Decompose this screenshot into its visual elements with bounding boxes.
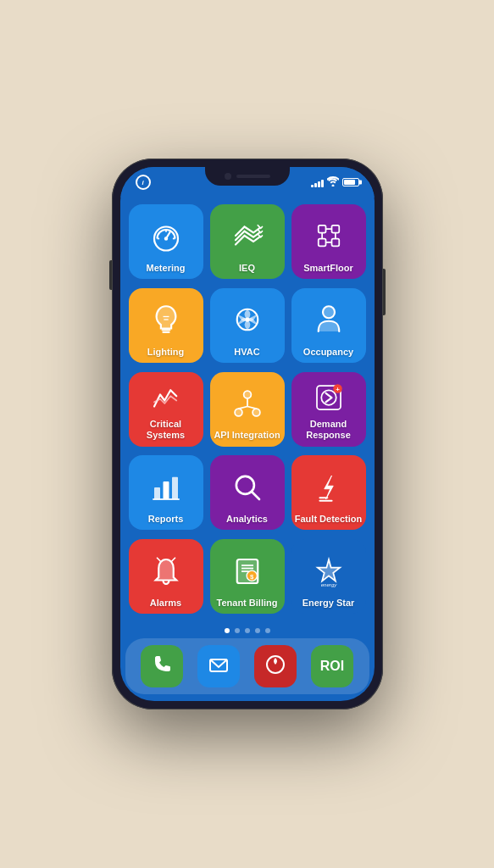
phone-screen: i bbox=[120, 167, 375, 701]
svg-text:+: + bbox=[336, 386, 340, 393]
metering-icon bbox=[132, 211, 200, 261]
app-icon-critical-systems[interactable]: Critical Systems bbox=[129, 372, 203, 447]
tenant-billing-icon: $ bbox=[214, 546, 281, 596]
page-dot-1[interactable] bbox=[235, 628, 240, 633]
app-label-demand-response: Demand Response bbox=[295, 419, 363, 441]
front-camera bbox=[225, 173, 231, 180]
svg-point-23 bbox=[253, 409, 260, 416]
hvac-icon bbox=[214, 295, 281, 345]
svg-text:$: $ bbox=[250, 572, 254, 580]
svg-point-22 bbox=[235, 409, 242, 416]
svg-line-36 bbox=[252, 492, 259, 499]
page-dot-3[interactable] bbox=[255, 628, 260, 633]
mail-dock-icon bbox=[207, 653, 230, 680]
alarms-icon bbox=[132, 546, 200, 596]
app-label-critical-systems: Critical Systems bbox=[132, 419, 200, 441]
ieq-icon bbox=[214, 211, 281, 261]
api-integration-icon bbox=[214, 379, 281, 429]
app-icon-ieq[interactable]: IEQ bbox=[210, 204, 285, 279]
svg-rect-9 bbox=[331, 239, 339, 247]
app-icon-occupancy[interactable]: Occupancy bbox=[291, 288, 366, 363]
dock-icon-phone[interactable] bbox=[141, 645, 183, 687]
app-icon-metering[interactable]: Metering bbox=[129, 204, 203, 279]
dock-icon-mail[interactable] bbox=[197, 645, 240, 687]
svg-point-20 bbox=[323, 306, 335, 318]
svg-rect-7 bbox=[331, 225, 339, 233]
app-grid: Metering IEQ SmartFloor Lighting bbox=[129, 204, 366, 616]
app-label-alarms: Alarms bbox=[150, 598, 181, 609]
battery-fill bbox=[344, 180, 356, 185]
app-icon-demand-response[interactable]: + Demand Response bbox=[291, 372, 366, 447]
app-label-smartfloor: SmartFloor bbox=[303, 263, 353, 274]
app-icon-alarms[interactable]: Alarms bbox=[129, 539, 203, 614]
app-label-fault-detection: Fault Detection bbox=[295, 514, 362, 525]
analytics-icon bbox=[214, 462, 281, 512]
battery-icon bbox=[342, 178, 359, 186]
app-label-lighting: Lighting bbox=[147, 347, 184, 358]
app-icon-energy-star[interactable]: energy Energy Star bbox=[291, 539, 366, 614]
page-dot-2[interactable] bbox=[245, 628, 250, 633]
app-icon-lighting[interactable]: Lighting bbox=[129, 288, 203, 363]
svg-text:energy: energy bbox=[320, 581, 337, 587]
svg-line-39 bbox=[157, 558, 160, 561]
critical-systems-icon bbox=[132, 379, 200, 418]
app-label-metering: Metering bbox=[147, 263, 186, 274]
signal-bar-4 bbox=[321, 180, 324, 187]
ibis-app-dock-icon bbox=[264, 653, 287, 680]
svg-point-21 bbox=[243, 391, 251, 398]
signal-bar-1 bbox=[311, 185, 314, 187]
signal-bars-icon bbox=[311, 177, 324, 187]
app-label-reports: Reports bbox=[148, 514, 184, 525]
app-label-hvac: HVAC bbox=[234, 347, 259, 358]
page-dot-4[interactable] bbox=[265, 628, 270, 633]
app-icon-reports[interactable]: Reports bbox=[129, 455, 203, 530]
notch bbox=[205, 167, 290, 186]
app-icon-fault-detection[interactable]: Fault Detection bbox=[291, 455, 366, 530]
svg-rect-8 bbox=[318, 239, 325, 247]
svg-line-26 bbox=[247, 407, 257, 409]
energy-star-icon: energy bbox=[295, 546, 363, 596]
speaker bbox=[236, 175, 270, 178]
svg-rect-32 bbox=[163, 481, 169, 499]
wifi-icon bbox=[327, 176, 339, 189]
svg-point-2 bbox=[164, 237, 167, 241]
app-label-energy-star: Energy Star bbox=[303, 598, 355, 609]
app-label-analytics: Analytics bbox=[226, 514, 268, 525]
app-label-ieq: IEQ bbox=[239, 263, 255, 274]
smartfloor-icon bbox=[295, 211, 363, 261]
app-label-api-integration: API Integration bbox=[214, 430, 280, 441]
page-dots bbox=[120, 623, 375, 638]
demand-response-icon: + bbox=[295, 379, 363, 418]
status-bar: i bbox=[120, 167, 375, 198]
lighting-icon bbox=[132, 295, 200, 345]
fault-detection-icon bbox=[295, 462, 363, 512]
app-label-occupancy: Occupancy bbox=[303, 347, 353, 358]
occupancy-icon bbox=[295, 295, 363, 345]
svg-line-25 bbox=[238, 407, 247, 409]
dock-icon-ibis-app[interactable] bbox=[254, 645, 297, 687]
app-label-tenant-billing: Tenant Billing bbox=[217, 598, 278, 609]
svg-point-19 bbox=[245, 318, 249, 322]
svg-point-28 bbox=[321, 391, 336, 406]
svg-rect-31 bbox=[154, 487, 160, 499]
ibis-logo-icon: i bbox=[136, 175, 151, 190]
phone-frame: i bbox=[112, 159, 383, 709]
signal-bar-2 bbox=[314, 183, 317, 187]
svg-line-40 bbox=[172, 558, 175, 561]
page-dot-0[interactable] bbox=[225, 628, 230, 633]
ibis-logo: i bbox=[136, 175, 153, 190]
app-icon-analytics[interactable]: Analytics bbox=[210, 455, 285, 530]
svg-rect-6 bbox=[318, 225, 325, 233]
app-icon-tenant-billing[interactable]: $ Tenant Billing bbox=[210, 539, 285, 614]
reports-icon bbox=[132, 462, 200, 512]
dock: ROI bbox=[125, 638, 369, 694]
phone-dock-icon bbox=[150, 653, 174, 680]
status-left: i bbox=[136, 175, 153, 190]
app-icon-hvac[interactable]: HVAC bbox=[210, 288, 285, 363]
signal-bar-3 bbox=[318, 181, 320, 187]
app-icon-smartfloor[interactable]: SmartFloor bbox=[291, 204, 366, 279]
status-right bbox=[311, 176, 359, 189]
screen-content: Metering IEQ SmartFloor Lighting bbox=[120, 198, 375, 623]
dock-icon-roi[interactable]: ROI bbox=[311, 645, 353, 687]
app-icon-api-integration[interactable]: API Integration bbox=[210, 372, 285, 447]
